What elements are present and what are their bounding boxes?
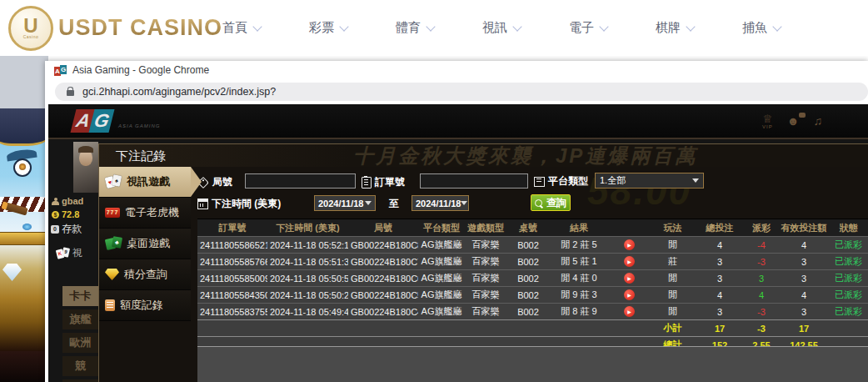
asia-gaming-favicon (54, 65, 67, 76)
cell-table-no: B002 (506, 290, 550, 300)
replay-button[interactable] (624, 306, 635, 317)
cell-payout: -4 (744, 240, 779, 250)
topbar-icons: VIP (762, 113, 822, 129)
col-header: 結果 (550, 222, 608, 234)
cell-order: 241118055837559 (197, 307, 267, 317)
main-nav: 首頁 彩票 體育 視訊 電子 棋牌 捕魚 (198, 0, 805, 56)
date-to-value: 2024/11/18 (416, 199, 461, 209)
site-menu-item[interactable]: 旗艦 (62, 309, 98, 329)
cell-round: GB00224B180C7 (348, 257, 418, 267)
record-main: 58.00 局號 訂單號 平台類型 1.全部 下注時間 (美東) 2024/11… (191, 167, 868, 382)
ag-logo[interactable]: A G ASIA GAMING (73, 109, 160, 133)
cell-game: 百家樂 (465, 289, 506, 301)
sidebar-item-points-inquiry[interactable]: 積分查詢 (99, 259, 191, 290)
nav-item-label: 體育 (396, 20, 421, 36)
cell-order: 241118055850095 (197, 274, 267, 284)
address-bar[interactable]: gci.2hhapi.com/agingame/pcv2/index.jsp? (55, 83, 868, 101)
sidebar-item-quota-record[interactable]: 額度記錄 (99, 290, 191, 321)
table-row: 241118055857662 2024-11-18 05:51:34 GB00… (197, 253, 868, 269)
url-text: gci.2hhapi.com/agingame/pcv2/index.jsp? (82, 86, 276, 98)
search-icon (535, 199, 542, 207)
sidebar-item-video-games[interactable]: 視訊遊戲 (99, 167, 191, 198)
nav-item-live-video[interactable]: 視訊 (458, 20, 545, 36)
date-from-picker[interactable]: 2024/11/18 (314, 195, 376, 211)
col-header: 局號 (348, 222, 418, 234)
cell-bet: 4 (696, 240, 744, 250)
table-row: 241118055850095 2024-11-18 05:50:57 GB00… (197, 269, 868, 286)
site-menu-item[interactable]: 競 (62, 356, 98, 376)
cell-round: GB00224B180C4 (348, 307, 418, 317)
deposit-label: 存款 (62, 222, 82, 236)
video-games-shortcut[interactable]: 視 (57, 246, 82, 260)
cell-play: 閒 (650, 239, 696, 251)
cell-result: 閒 5 莊 1 (550, 255, 608, 268)
chevron-down-icon (772, 22, 781, 31)
cards-icon (105, 175, 122, 189)
date-to-picker[interactable]: 2024/11/18 (412, 195, 469, 211)
casino-mascot-art (0, 108, 46, 351)
music-icon[interactable] (814, 114, 823, 128)
nav-item-label: 捕魚 (742, 20, 767, 36)
cell-payout: -3 (744, 307, 779, 317)
status-badge: 已派彩 (829, 305, 868, 318)
subtotal-payout: -3 (744, 324, 779, 334)
status-badge: 已派彩 (829, 239, 868, 251)
replay-button[interactable] (624, 239, 635, 250)
nav-item-label: 彩票 (309, 20, 334, 36)
cell-platform: AG旗艦廳 (418, 305, 465, 318)
replay-button[interactable] (624, 289, 635, 300)
subtotal-row: 小計 17 -3 17 (197, 319, 868, 336)
avatar[interactable] (73, 142, 98, 193)
cell-result: 閒 9 莊 3 (550, 289, 608, 301)
platform-type-value: 1.全部 (600, 174, 626, 187)
nav-item-home[interactable]: 首頁 (198, 20, 285, 36)
cell-play: 莊 (650, 255, 696, 268)
ag-topbar: A G ASIA GAMING VIP (48, 104, 868, 139)
cell-game: 百家樂 (465, 239, 506, 251)
cell-table-no: B002 (506, 274, 550, 284)
calendar-icon (197, 199, 208, 209)
user-sidebar: gbad 72.8 存款 視 卡卡 旗艦 歐洲 競 多 (48, 139, 98, 382)
replay-button[interactable] (624, 273, 635, 284)
nav-item-board-games[interactable]: 棋牌 (631, 20, 718, 36)
brand-subtext: Casino (23, 34, 39, 39)
status-badge: 已派彩 (829, 255, 868, 268)
customer-service-icon[interactable] (787, 114, 800, 128)
table-row: 241118055843502 2024-11-18 05:50:20 GB00… (197, 286, 868, 303)
lock-icon[interactable] (67, 90, 74, 96)
cell-order: 241118055865219 (197, 240, 267, 250)
sidebar-item-slot-machine[interactable]: 電子老虎機 (99, 198, 191, 229)
cell-time: 2024-11-18 05:50:20 (267, 290, 348, 300)
deposit-button[interactable]: 存款 (51, 222, 82, 236)
nav-item-lottery[interactable]: 彩票 (285, 20, 372, 36)
dropdown-arrow-icon (461, 201, 467, 205)
sidebar-item-table-games[interactable]: 桌面遊戲 (99, 229, 191, 259)
site-menu-item[interactable]: 歐洲 (62, 333, 98, 353)
round-number-input[interactable] (245, 173, 356, 188)
search-button[interactable]: 查詢 (531, 194, 571, 211)
col-header: 平台類型 (418, 222, 465, 234)
cell-payout: -3 (744, 257, 779, 267)
green-cards-icon (105, 237, 122, 250)
cell-bet: 3 (696, 257, 744, 267)
nav-item-label: 視訊 (482, 20, 507, 36)
vip-crown-icon[interactable]: VIP (762, 113, 773, 129)
window-titlebar: Asia Gaming - Google Chrome (48, 61, 868, 79)
username: gbad (62, 196, 83, 206)
bet-time-label: 下注時間 (美東) (197, 197, 281, 211)
nav-item-fishing[interactable]: 捕魚 (718, 20, 805, 36)
site-menu-item[interactable]: 卡卡 (62, 286, 98, 306)
order-number-input[interactable] (420, 173, 528, 188)
record-sidebar: 視訊遊戲 電子老虎機 桌面遊戲 積分查詢 額度記錄 (99, 167, 191, 382)
platform-type-select[interactable]: 1.全部 (595, 173, 704, 188)
nav-item-slots[interactable]: 電子 (545, 20, 631, 36)
nav-item-sports[interactable]: 體育 (372, 20, 458, 36)
status-badge: 已派彩 (829, 272, 868, 284)
cell-valid: 3 (779, 257, 829, 267)
site-navbar: U Casino USDT CASINO 首頁 彩票 體育 視訊 電子 棋牌 捕… (0, 0, 868, 56)
col-header: 訂單號 (197, 222, 267, 234)
cell-platform: AG旗艦廳 (418, 255, 465, 268)
brand-logo[interactable]: U Casino USDT CASINO (8, 6, 222, 51)
replay-button[interactable] (624, 256, 635, 267)
subtotal-valid: 17 (779, 324, 829, 334)
